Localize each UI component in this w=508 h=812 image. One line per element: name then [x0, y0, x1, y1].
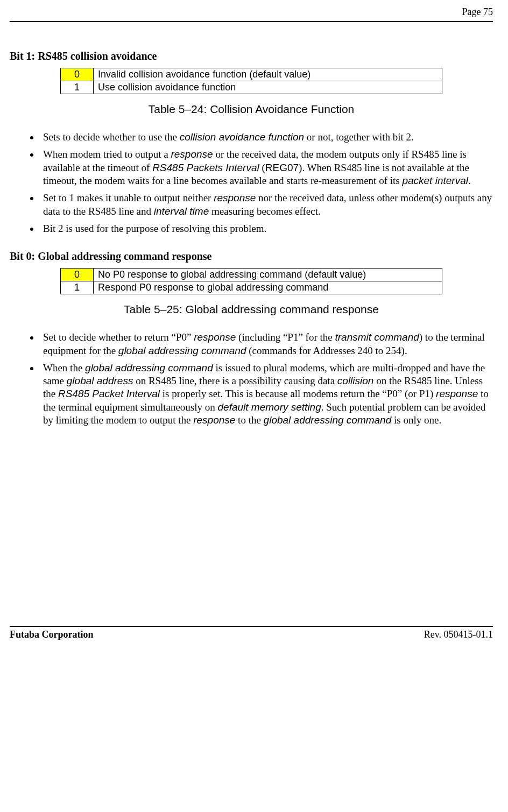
text: is only one.: [391, 414, 441, 426]
bit1-caption: Table 5–24: Collision Avoidance Function: [10, 103, 493, 116]
bit1-row0-val: 0: [61, 68, 94, 81]
bit0-row1-val: 1: [61, 281, 94, 294]
text-ital: RS485 Packet Interval: [58, 388, 160, 399]
bit1-row1-desc: Use collision avoidance function: [94, 81, 442, 94]
text-ital: default memory setting: [218, 401, 321, 413]
text-ital: collision avoidance function: [180, 131, 304, 143]
text-ital: response: [194, 331, 236, 343]
list-item: When modem tried to output a response or…: [40, 148, 493, 187]
footer-right: Rev. 050415-01.1: [424, 629, 493, 640]
bit0-table: 0 No P0 response to global addressing co…: [60, 268, 442, 294]
footer: Futaba Corporation Rev. 050415-01.1: [10, 626, 493, 640]
text: (: [259, 162, 265, 173]
text: measuring becomes effect.: [209, 206, 321, 217]
list-item: Bit 2 is used for the purpose of resolvi…: [40, 222, 493, 235]
list-item: When the global addressing command is is…: [40, 362, 493, 427]
table-row: 1 Use collision avoidance function: [61, 81, 442, 94]
table-row: 0 No P0 response to global addressing co…: [61, 269, 442, 281]
text-ital: global addressing command: [264, 414, 392, 426]
table-row: 1 Respond P0 response to global addressi…: [61, 281, 442, 294]
text-sans: REG07: [265, 162, 299, 173]
text: (including “P1” for the: [236, 331, 335, 343]
text-ital: RS485 Packets Interval: [152, 162, 259, 173]
text-ital: collision: [337, 375, 374, 386]
text: Sets to decide whether to use the: [43, 131, 180, 143]
text-ital: packet interval: [402, 175, 468, 186]
list-item: Set to decide whether to return “P0” res…: [40, 331, 493, 357]
bit1-row0-desc: Invalid collision avoidance function (de…: [94, 68, 442, 81]
text-ital: response: [436, 388, 478, 399]
list-item: Sets to decide whether to use the collis…: [40, 131, 493, 144]
bit0-row0-val: 0: [61, 269, 94, 281]
text: to the: [235, 414, 263, 426]
text-ital: response: [193, 414, 235, 426]
bit0-heading: Bit 0: Global addressing command respons…: [10, 250, 493, 263]
footer-left: Futaba Corporation: [10, 629, 94, 640]
bit1-row1-val: 1: [61, 81, 94, 94]
bit1-heading: Bit 1: RS485 collision avoidance: [10, 50, 493, 62]
bit1-bullets: Sets to decide whether to use the collis…: [10, 131, 493, 235]
text: is properly set. This is because all mod…: [160, 388, 436, 399]
text: When the: [43, 362, 85, 373]
bit0-row1-desc: Respond P0 response to global addressing…: [94, 281, 442, 294]
bit0-bullets: Set to decide whether to return “P0” res…: [10, 331, 493, 427]
bit0-row0-desc: No P0 response to global addressing comm…: [94, 269, 442, 281]
text: When modem tried to output a: [43, 149, 171, 160]
page-number: Page 75: [10, 6, 493, 18]
header-rule: [10, 21, 493, 22]
text: (commands for Addresses 240 to 254).: [246, 345, 407, 356]
text-ital: response: [214, 192, 256, 203]
text: Set to decide whether to return “P0”: [43, 331, 194, 343]
text-ital: transmit command: [335, 331, 419, 343]
text: on RS485 line, there is a possibility ca…: [133, 375, 337, 386]
text-ital: interval time: [154, 206, 209, 217]
text: Bit 2 is used for the purpose of resolvi…: [43, 223, 266, 234]
text-ital: response: [171, 149, 213, 160]
text-ital: global address: [67, 375, 133, 386]
text: .: [468, 175, 471, 186]
bit0-caption: Table 5–25: Global addressing command re…: [10, 303, 493, 316]
table-row: 0 Invalid collision avoidance function (…: [61, 68, 442, 81]
text: or not, together with bit 2.: [304, 131, 414, 143]
text: Set to 1 makes it unable to output neith…: [43, 192, 214, 203]
bit1-table: 0 Invalid collision avoidance function (…: [60, 68, 442, 94]
list-item: Set to 1 makes it unable to output neith…: [40, 192, 493, 218]
text-ital: global addressing command: [85, 362, 213, 373]
text-ital: global addressing command: [118, 345, 246, 356]
